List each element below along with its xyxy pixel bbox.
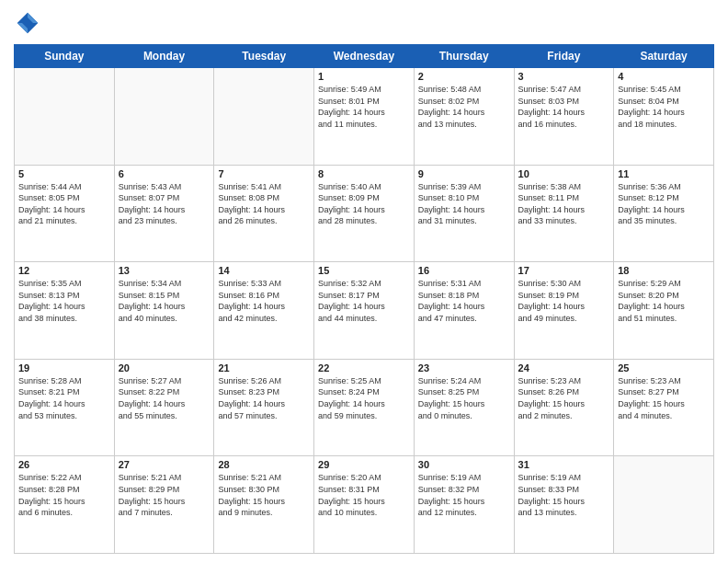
day-info: Sunrise: 5:41 AM Sunset: 8:08 PM Dayligh… <box>218 181 310 227</box>
calendar-cell <box>114 68 214 166</box>
calendar-week-4: 26Sunrise: 5:22 AM Sunset: 8:28 PM Dayli… <box>15 456 714 554</box>
day-info: Sunrise: 5:19 AM Sunset: 8:32 PM Dayligh… <box>418 472 510 518</box>
day-number: 18 <box>618 265 710 276</box>
day-info: Sunrise: 5:34 AM Sunset: 8:15 PM Dayligh… <box>119 278 210 324</box>
day-info: Sunrise: 5:40 AM Sunset: 8:09 PM Dayligh… <box>318 181 410 227</box>
day-number: 22 <box>318 362 410 373</box>
day-number: 17 <box>518 265 610 276</box>
day-info: Sunrise: 5:28 AM Sunset: 8:21 PM Dayligh… <box>18 375 110 421</box>
logo <box>14 9 45 37</box>
calendar-cell: 9Sunrise: 5:39 AM Sunset: 8:10 PM Daylig… <box>414 165 514 262</box>
calendar-cell: 4Sunrise: 5:45 AM Sunset: 8:04 PM Daylig… <box>614 68 714 166</box>
day-number: 12 <box>18 265 110 276</box>
calendar-cell: 6Sunrise: 5:43 AM Sunset: 8:07 PM Daylig… <box>114 165 214 262</box>
day-number: 19 <box>18 362 110 373</box>
day-info: Sunrise: 5:27 AM Sunset: 8:22 PM Dayligh… <box>119 375 210 421</box>
day-info: Sunrise: 5:23 AM Sunset: 8:27 PM Dayligh… <box>618 375 710 421</box>
day-info: Sunrise: 5:21 AM Sunset: 8:30 PM Dayligh… <box>218 472 310 518</box>
weekday-header-tuesday: Tuesday <box>214 45 314 68</box>
calendar-week-3: 19Sunrise: 5:28 AM Sunset: 8:21 PM Dayli… <box>15 359 714 456</box>
calendar-cell: 15Sunrise: 5:32 AM Sunset: 8:17 PM Dayli… <box>314 262 415 360</box>
day-number: 26 <box>18 459 110 470</box>
day-number: 29 <box>318 459 410 470</box>
calendar-cell: 17Sunrise: 5:30 AM Sunset: 8:19 PM Dayli… <box>514 262 614 360</box>
day-number: 15 <box>318 265 410 276</box>
calendar-week-2: 12Sunrise: 5:35 AM Sunset: 8:13 PM Dayli… <box>15 262 714 360</box>
calendar-cell: 8Sunrise: 5:40 AM Sunset: 8:09 PM Daylig… <box>314 165 415 262</box>
weekday-header-thursday: Thursday <box>414 45 514 68</box>
calendar-cell: 23Sunrise: 5:24 AM Sunset: 8:25 PM Dayli… <box>414 359 514 456</box>
day-info: Sunrise: 5:48 AM Sunset: 8:02 PM Dayligh… <box>418 84 510 130</box>
day-info: Sunrise: 5:35 AM Sunset: 8:13 PM Dayligh… <box>18 278 110 324</box>
calendar-cell: 18Sunrise: 5:29 AM Sunset: 8:20 PM Dayli… <box>614 262 714 360</box>
calendar-week-1: 5Sunrise: 5:44 AM Sunset: 8:05 PM Daylig… <box>15 165 714 262</box>
calendar-cell: 28Sunrise: 5:21 AM Sunset: 8:30 PM Dayli… <box>214 456 314 554</box>
calendar-cell: 26Sunrise: 5:22 AM Sunset: 8:28 PM Dayli… <box>15 456 115 554</box>
calendar-body: 1Sunrise: 5:49 AM Sunset: 8:01 PM Daylig… <box>15 68 714 554</box>
day-number: 7 <box>218 168 310 179</box>
calendar-cell: 11Sunrise: 5:36 AM Sunset: 8:12 PM Dayli… <box>614 165 714 262</box>
day-number: 1 <box>318 71 410 82</box>
calendar-header: SundayMondayTuesdayWednesdayThursdayFrid… <box>15 45 714 68</box>
day-info: Sunrise: 5:20 AM Sunset: 8:31 PM Dayligh… <box>318 472 410 518</box>
calendar-cell: 5Sunrise: 5:44 AM Sunset: 8:05 PM Daylig… <box>15 165 115 262</box>
day-info: Sunrise: 5:47 AM Sunset: 8:03 PM Dayligh… <box>518 84 610 130</box>
day-number: 23 <box>418 362 510 373</box>
day-info: Sunrise: 5:25 AM Sunset: 8:24 PM Dayligh… <box>318 375 410 421</box>
day-number: 9 <box>418 168 510 179</box>
calendar-cell: 14Sunrise: 5:33 AM Sunset: 8:16 PM Dayli… <box>214 262 314 360</box>
day-info: Sunrise: 5:23 AM Sunset: 8:26 PM Dayligh… <box>518 375 610 421</box>
calendar-cell: 7Sunrise: 5:41 AM Sunset: 8:08 PM Daylig… <box>214 165 314 262</box>
calendar-table: SundayMondayTuesdayWednesdayThursdayFrid… <box>14 44 714 554</box>
day-number: 27 <box>119 459 210 470</box>
page: SundayMondayTuesdayWednesdayThursdayFrid… <box>0 0 728 563</box>
day-info: Sunrise: 5:24 AM Sunset: 8:25 PM Dayligh… <box>418 375 510 421</box>
weekday-header-saturday: Saturday <box>614 45 714 68</box>
day-number: 13 <box>119 265 210 276</box>
day-info: Sunrise: 5:21 AM Sunset: 8:29 PM Dayligh… <box>119 472 210 518</box>
day-info: Sunrise: 5:19 AM Sunset: 8:33 PM Dayligh… <box>518 472 610 518</box>
day-info: Sunrise: 5:29 AM Sunset: 8:20 PM Dayligh… <box>618 278 710 324</box>
day-number: 8 <box>318 168 410 179</box>
day-number: 5 <box>18 168 110 179</box>
weekday-row: SundayMondayTuesdayWednesdayThursdayFrid… <box>15 45 714 68</box>
day-info: Sunrise: 5:32 AM Sunset: 8:17 PM Dayligh… <box>318 278 410 324</box>
day-info: Sunrise: 5:33 AM Sunset: 8:16 PM Dayligh… <box>218 278 310 324</box>
day-info: Sunrise: 5:49 AM Sunset: 8:01 PM Dayligh… <box>318 84 410 130</box>
calendar-cell: 3Sunrise: 5:47 AM Sunset: 8:03 PM Daylig… <box>514 68 614 166</box>
calendar-cell: 25Sunrise: 5:23 AM Sunset: 8:27 PM Dayli… <box>614 359 714 456</box>
calendar-cell: 27Sunrise: 5:21 AM Sunset: 8:29 PM Dayli… <box>114 456 214 554</box>
calendar-cell: 21Sunrise: 5:26 AM Sunset: 8:23 PM Dayli… <box>214 359 314 456</box>
day-number: 2 <box>418 71 510 82</box>
calendar-cell: 19Sunrise: 5:28 AM Sunset: 8:21 PM Dayli… <box>15 359 115 456</box>
day-number: 30 <box>418 459 510 470</box>
logo-icon <box>14 9 41 37</box>
calendar-cell: 20Sunrise: 5:27 AM Sunset: 8:22 PM Dayli… <box>114 359 214 456</box>
calendar-cell: 2Sunrise: 5:48 AM Sunset: 8:02 PM Daylig… <box>414 68 514 166</box>
day-number: 16 <box>418 265 510 276</box>
day-info: Sunrise: 5:38 AM Sunset: 8:11 PM Dayligh… <box>518 181 610 227</box>
day-info: Sunrise: 5:22 AM Sunset: 8:28 PM Dayligh… <box>18 472 110 518</box>
calendar-cell <box>214 68 314 166</box>
calendar-cell: 30Sunrise: 5:19 AM Sunset: 8:32 PM Dayli… <box>414 456 514 554</box>
day-number: 3 <box>518 71 610 82</box>
day-info: Sunrise: 5:36 AM Sunset: 8:12 PM Dayligh… <box>618 181 710 227</box>
weekday-header-wednesday: Wednesday <box>314 45 415 68</box>
day-info: Sunrise: 5:31 AM Sunset: 8:18 PM Dayligh… <box>418 278 510 324</box>
calendar-cell: 10Sunrise: 5:38 AM Sunset: 8:11 PM Dayli… <box>514 165 614 262</box>
weekday-header-monday: Monday <box>114 45 214 68</box>
calendar-cell: 16Sunrise: 5:31 AM Sunset: 8:18 PM Dayli… <box>414 262 514 360</box>
calendar-cell <box>614 456 714 554</box>
calendar-cell: 29Sunrise: 5:20 AM Sunset: 8:31 PM Dayli… <box>314 456 415 554</box>
calendar-cell: 12Sunrise: 5:35 AM Sunset: 8:13 PM Dayli… <box>15 262 115 360</box>
day-info: Sunrise: 5:26 AM Sunset: 8:23 PM Dayligh… <box>218 375 310 421</box>
day-info: Sunrise: 5:44 AM Sunset: 8:05 PM Dayligh… <box>18 181 110 227</box>
day-number: 24 <box>518 362 610 373</box>
header <box>14 9 714 37</box>
day-number: 6 <box>119 168 210 179</box>
weekday-header-sunday: Sunday <box>15 45 115 68</box>
day-number: 11 <box>618 168 710 179</box>
day-number: 20 <box>119 362 210 373</box>
day-number: 31 <box>518 459 610 470</box>
calendar-cell: 31Sunrise: 5:19 AM Sunset: 8:33 PM Dayli… <box>514 456 614 554</box>
